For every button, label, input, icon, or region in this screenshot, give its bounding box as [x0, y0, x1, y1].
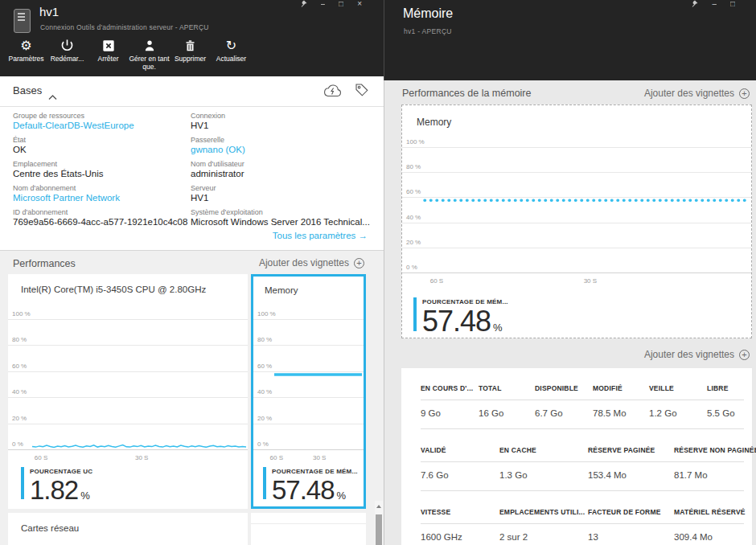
essentials-fields: Groupe de ressources Default-ClearDB-Wes…: [13, 109, 379, 230]
memory-large-chart-plot: 100 %80 %60 %40 %20 %0 %: [402, 147, 751, 272]
memory-large-title: Memory: [402, 105, 751, 128]
minimize-icon[interactable]: –: [712, 0, 717, 8]
memory-metric: POURCENTAGE DE MÉM... 57.48%: [263, 467, 358, 503]
trash-icon: [184, 38, 196, 53]
maximize-icon[interactable]: □: [339, 0, 343, 8]
memory-perf-title: Performances de la mémoire: [402, 88, 531, 99]
tag-icon[interactable]: [355, 83, 369, 100]
blade-subtitle: Connexion Outils d'administration serveu…: [40, 23, 209, 31]
memory-large-chart-tile[interactable]: Memory 100 %80 %60 %40 %20 %0 % 60 S30 S…: [401, 104, 752, 338]
window-controls: – □: [690, 0, 735, 8]
memory-x-axis-labels: 60 S30 S: [253, 454, 364, 464]
power-icon: [60, 38, 74, 53]
refresh-button[interactable]: ↻ Actualiser: [211, 38, 252, 63]
memory-chart-tile-selected[interactable]: Memory 100 %80 %60 %40 %20 %0 % 60 S30 S…: [251, 274, 366, 509]
maximize-icon[interactable]: □: [730, 0, 735, 8]
essentials-title: Bases: [13, 84, 42, 96]
add-circle-icon: +: [739, 350, 750, 360]
blade-title: hv1: [39, 5, 59, 18]
cpu-chart-tile[interactable]: Intel(R) Core(TM) i5-3450S CPU @ 2.80GHz…: [8, 274, 248, 509]
memory-blade: Mémoire hv1 - APERÇU – □ Performances de…: [384, 0, 756, 545]
memory-table-committed: VALIDÉ EN CACHE RÉSERVE PAGINÉE RÉSERVE …: [421, 446, 744, 491]
all-settings-link[interactable]: Tous les paramètres →: [273, 231, 368, 240]
cpu-chart-plot: 100 %80 %60 %40 %20 %0 %: [8, 319, 248, 449]
server-overview-blade: hv1 Connexion Outils d'administration se…: [0, 0, 384, 545]
gear-icon: ⚙: [20, 38, 31, 53]
fields-column-right: Connexion HV1 Passerelle gwnano (OK) Nom…: [191, 109, 364, 230]
metric-accent-bar: [263, 467, 266, 499]
add-tiles-link[interactable]: Ajouter des vignettes +: [259, 257, 364, 268]
memory-table-usage: EN COURS D'... TOTAL DISPONIBLE MODIFIÉ …: [421, 384, 744, 429]
memory-blade-subtitle: hv1 - APERÇU: [404, 27, 452, 35]
cpu-x-axis-labels: 60 S30 S: [8, 454, 248, 464]
connection-value: HV1: [191, 121, 364, 130]
delete-button[interactable]: Supprimer: [170, 38, 211, 63]
scrollbar-thumb[interactable]: [376, 514, 382, 545]
cpu-metric-value: 1.82%: [30, 477, 92, 503]
performance-title: Performances: [13, 258, 76, 269]
add-circle-icon: +: [739, 88, 750, 99]
subscription-name-link[interactable]: Microsoft Partner Network: [13, 193, 187, 203]
memory-blade-body: Performances de la mémoire Ajouter des v…: [384, 80, 756, 545]
memory-large-metric-value: 57.48%: [422, 307, 508, 336]
left-scrollbar[interactable]: [375, 501, 383, 545]
memory-blade-title: Mémoire: [403, 6, 453, 21]
metric-accent-bar: [413, 297, 417, 331]
add-tiles-link[interactable]: Ajouter des vignettes +: [644, 349, 750, 360]
network-tile-title: Cartes réseau: [8, 513, 248, 533]
command-toolbar: ⚙ Paramètres Redémar... Arrêter: [6, 38, 252, 71]
server-value: HV1: [191, 193, 364, 203]
essentials-header-bar: Bases: [0, 76, 384, 107]
scroll-up-arrow[interactable]: [376, 505, 381, 508]
empty-tile: [251, 513, 366, 545]
minimize-icon[interactable]: –: [321, 0, 326, 8]
resource-group-link[interactable]: Default-ClearDB-WestEurope: [13, 121, 187, 130]
window-controls: – □ ×: [299, 0, 362, 8]
cpu-metric: POURCENTAGE UC 1.82%: [21, 467, 92, 503]
cpu-tile-title: Intel(R) Core(TM) i5-3450S CPU @ 2.80GHz: [8, 274, 248, 294]
location-value: Centre des États-Unis: [13, 169, 187, 178]
memory-large-x-axis-labels: 60 S30 S: [402, 277, 751, 287]
stop-icon: [102, 38, 115, 53]
cloud-diagnostics-icon[interactable]: [323, 84, 343, 100]
essentials-section: Bases Groupe de ressources Defa: [0, 76, 384, 250]
person-icon: [143, 38, 156, 53]
add-circle-icon: +: [354, 258, 364, 268]
settings-button[interactable]: ⚙ Paramètres: [6, 38, 47, 63]
gateway-link[interactable]: gwnano (OK): [191, 145, 364, 154]
refresh-icon: ↻: [226, 38, 236, 53]
memory-chart-plot: 100 %80 %60 %40 %20 %0 %: [253, 319, 364, 449]
username-value: administrator: [191, 169, 364, 178]
memory-metric-value: 57.48%: [272, 477, 358, 503]
subscription-id-value: 769e9a56-6669-4acc-a577-1921e10c4c08: [13, 217, 187, 227]
manage-as-button[interactable]: Gérer en tant que.: [129, 38, 170, 71]
add-tiles-link[interactable]: Ajouter des vignettes +: [644, 88, 750, 99]
close-icon[interactable]: ×: [357, 0, 362, 8]
memory-details-tile: EN COURS D'... TOTAL DISPONIBLE MODIFIÉ …: [401, 368, 752, 545]
network-adapters-tile[interactable]: Cartes réseau: [8, 513, 248, 545]
performance-section: Performances Ajouter des vignettes + Int…: [0, 250, 384, 545]
status-value: OK: [13, 145, 187, 154]
os-value: Microsoft Windows Server 2016 Technical.…: [191, 217, 364, 227]
memory-table-hardware: VITESSE EMPLACEMENTS UTILI... FACTEUR DE…: [421, 508, 744, 542]
memory-large-metric: POURCENTAGE DE MÉM... 57.48%: [413, 297, 508, 336]
left-blade-header: hv1 Connexion Outils d'administration se…: [0, 0, 384, 76]
pin-icon[interactable]: [299, 0, 307, 8]
memory-tile-title: Memory: [253, 277, 364, 295]
chevron-up-icon[interactable]: [48, 89, 57, 104]
server-icon: [14, 9, 31, 33]
stop-button[interactable]: Arrêter: [88, 38, 129, 63]
metric-accent-bar: [21, 467, 24, 499]
memory-metric-label: POURCENTAGE DE MÉM...: [272, 468, 358, 475]
pin-icon[interactable]: [690, 0, 698, 8]
essentials-actions: [323, 83, 369, 100]
fields-column-left: Groupe de ressources Default-ClearDB-Wes…: [13, 109, 187, 230]
restart-button[interactable]: Redémar...: [47, 38, 88, 63]
right-blade-header: Mémoire hv1 - APERÇU – □: [384, 0, 756, 80]
cpu-metric-label: POURCENTAGE UC: [30, 468, 92, 475]
